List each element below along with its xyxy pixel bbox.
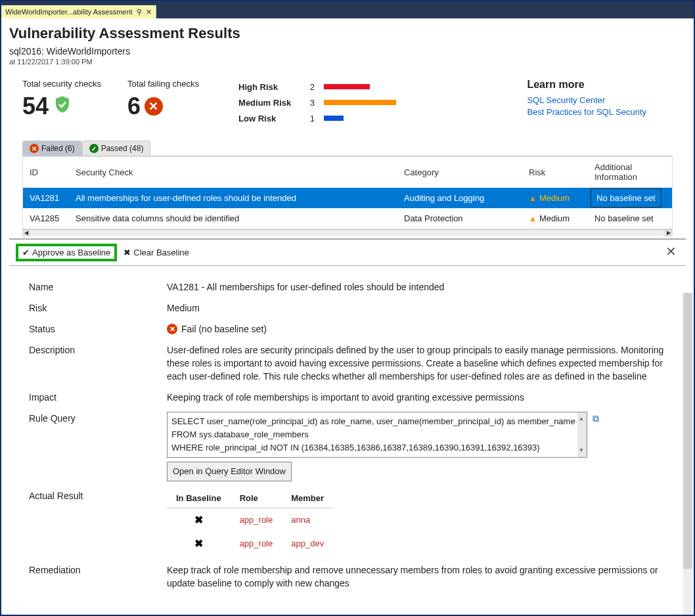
risk-value: Medium (167, 301, 666, 315)
rule-query-label: Rule Query (29, 412, 167, 425)
tab-passed[interactable]: ✓ Passed (48) (82, 141, 151, 156)
high-risk-count: 2 (307, 82, 315, 92)
cell-check: All memberships for user-defined roles s… (76, 193, 404, 203)
cell-risk: ▲Medium (529, 213, 594, 223)
in-baseline-icon: ✖ (167, 508, 231, 533)
link-sql-security-center[interactable]: SQL Security Center (527, 95, 646, 106)
detail-vscroll[interactable] (683, 293, 692, 616)
name-value: VA1281 - All memberships for user-define… (167, 280, 666, 294)
tab-failed[interactable]: ✕ Failed (6) (22, 141, 82, 156)
impact-value: Keeping track of role memberships is imp… (167, 391, 666, 404)
detail-toolbar: ✔ Approve as Baseline ✖ Clear Baseline ✕ (9, 238, 686, 266)
risk-label: Risk (29, 301, 167, 315)
table-row[interactable]: VA1285 Sensitive data columns should be … (23, 208, 672, 229)
col-role: Role (231, 489, 282, 508)
col-member: Member (282, 489, 333, 508)
pin-icon[interactable]: ⚲ (137, 5, 142, 18)
rule-query-block: SELECT user_name(role_principal_id) as r… (167, 412, 666, 481)
tab-failed-label: Failed (6) (41, 144, 75, 153)
warning-icon: ▲ (529, 214, 537, 223)
failing-checks-block: Total failing checks 6 ✕ (127, 79, 199, 120)
result-row: ✖ app_role app_dev (167, 532, 333, 556)
learn-more-header: Learn more (527, 79, 646, 91)
fail-icon: ✕ (145, 97, 163, 116)
copy-icon[interactable]: ⧉ (593, 412, 599, 425)
cell-id: VA1285 (30, 213, 76, 223)
medium-risk-count: 3 (307, 98, 315, 108)
remediation-label: Remediation (29, 563, 167, 577)
col-id: ID (30, 167, 76, 177)
approve-baseline-button[interactable]: ✔ Approve as Baseline (16, 244, 117, 261)
cell-addl: No baseline set (594, 193, 665, 203)
role-cell: app_role (231, 532, 282, 556)
findings-table: ID Security Check Category Risk Addition… (22, 156, 673, 229)
col-addl: Additional Information (594, 162, 665, 182)
scroll-right-icon[interactable]: ▶ (665, 230, 673, 236)
failing-checks-label: Total failing checks (127, 79, 199, 89)
in-baseline-icon: ✖ (167, 532, 231, 556)
summary-row: Total security checks 54 Total failing c… (9, 74, 686, 141)
fail-icon: ✕ (167, 324, 177, 334)
result-tabs: ✕ Failed (6) ✓ Passed (48) (22, 141, 673, 156)
findings-hscroll[interactable]: ◀ ▶ (22, 229, 673, 236)
open-in-query-editor-button[interactable]: Open in Query Editor Window (167, 462, 292, 481)
document-tab-strip: WideWorldImporter...ability Assessment ⚲… (1, 5, 694, 18)
query-line: SELECT user_name(role_principal_id) as r… (171, 415, 583, 428)
close-detail-icon[interactable]: ✕ (665, 244, 677, 259)
status-label: Status (29, 322, 167, 336)
high-risk-label: High Risk (238, 82, 298, 92)
low-risk-label: Low Risk (238, 114, 298, 123)
detail-body: Name VA1281 - All memberships for user-d… (9, 266, 686, 601)
cell-category: Auditing and Logging (404, 193, 529, 203)
close-icon[interactable]: ✕ (146, 5, 152, 18)
query-vscroll[interactable] (577, 412, 587, 457)
description-label: Description (29, 343, 167, 357)
pass-icon: ✓ (89, 144, 99, 153)
risk-bars: High Risk 2 Medium Risk 3 Low Risk 1 (238, 79, 396, 126)
document-tab[interactable]: WideWorldImporter...ability Assessment ⚲… (1, 5, 156, 18)
document-tab-title: WideWorldImporter...ability Assessment (5, 5, 133, 18)
cell-category: Data Protection (404, 213, 529, 223)
result-row: ✖ app_role anna (167, 508, 333, 533)
status-value: ✕ Fail (no baseline set) (167, 322, 666, 336)
total-checks-label: Total security checks (22, 79, 101, 89)
page-title: Vulnerability Assessment Results (9, 25, 686, 42)
timestamp: at 11/22/2017 1:39:00 PM (9, 58, 686, 66)
check-icon: ✔ (22, 248, 30, 257)
total-checks-block: Total security checks 54 (22, 79, 101, 120)
cell-check: Sensitive data columns should be identif… (76, 213, 404, 223)
clear-baseline-label: Clear Baseline (133, 248, 189, 257)
remediation-value: Keep track of role membership and remove… (167, 563, 666, 590)
col-category: Category (404, 167, 529, 177)
high-risk-bar (324, 84, 370, 89)
name-label: Name (29, 280, 167, 294)
member-cell: anna (282, 508, 333, 533)
link-best-practices[interactable]: Best Practices for SQL Security (527, 106, 646, 118)
approve-baseline-label: Approve as Baseline (32, 248, 110, 257)
actual-result-label: Actual Result (29, 489, 167, 502)
low-risk-bar (324, 116, 344, 121)
scroll-thumb[interactable] (683, 293, 692, 569)
cell-id: VA1281 (30, 193, 76, 203)
rule-query-textbox[interactable]: SELECT user_name(role_principal_id) as r… (167, 412, 587, 458)
clear-baseline-button[interactable]: ✖ Clear Baseline (123, 248, 189, 257)
col-check: Security Check (76, 167, 404, 177)
medium-risk-bar (324, 100, 396, 105)
fail-icon: ✕ (30, 144, 39, 153)
findings-header: ID Security Check Category Risk Addition… (23, 157, 672, 188)
col-in-baseline: In Baseline (167, 489, 231, 508)
table-row[interactable]: VA1281 All memberships for user-defined … (23, 188, 672, 208)
low-risk-count: 1 (307, 114, 315, 123)
medium-risk-label: Medium Risk (238, 98, 298, 108)
actual-result-block: In Baseline Role Member ✖ app_role anna … (167, 489, 666, 556)
description-value: User-defined roles are security principa… (167, 343, 666, 383)
cell-addl: No baseline set (594, 213, 665, 223)
col-risk: Risk (529, 167, 594, 177)
member-cell: app_dev (282, 532, 333, 556)
cell-risk: ▲Medium (529, 193, 594, 203)
scroll-left-icon[interactable]: ◀ (22, 230, 30, 236)
warning-icon: ▲ (529, 194, 537, 203)
tab-passed-label: Passed (48) (101, 144, 144, 153)
connection-line: sql2016: WideWorldImporters (9, 46, 686, 56)
shield-icon (53, 93, 72, 120)
